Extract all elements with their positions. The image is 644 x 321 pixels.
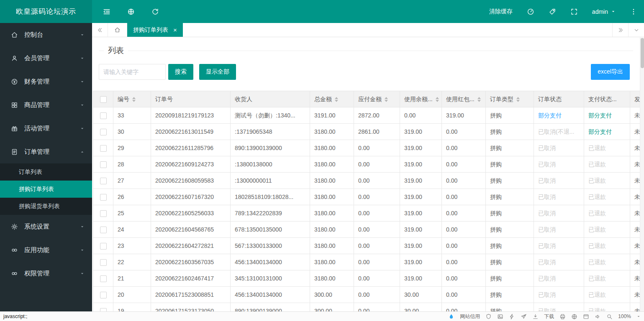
download-label[interactable]: 下载 (544, 313, 554, 320)
close-tab-icon[interactable]: × (173, 27, 177, 33)
zoom-caret-icon[interactable] (636, 314, 641, 318)
scrollbar-thumb[interactable] (641, 38, 644, 68)
select-all-checkbox[interactable] (100, 96, 107, 103)
row-checkbox[interactable] (100, 227, 107, 233)
row-checkbox[interactable] (100, 129, 107, 135)
more-vertical-icon[interactable] (630, 8, 637, 15)
search-input[interactable] (99, 64, 166, 80)
printer-icon[interactable] (559, 313, 566, 320)
sidebar-item-label: 活动管理 (24, 125, 80, 132)
shield-icon[interactable] (485, 313, 492, 320)
column-header-type[interactable]: 订单类型 (486, 91, 534, 107)
search-button[interactable]: 搜索 (168, 64, 193, 80)
cell-payable: 0.00 (354, 140, 400, 156)
download-arrow-icon[interactable] (532, 313, 539, 320)
caret-down-icon (611, 9, 616, 14)
sidebar-item-finance[interactable]: 财务管理 (0, 70, 92, 93)
column-header-payable[interactable]: 应付金额 (354, 91, 400, 107)
row-checkbox[interactable] (100, 178, 107, 184)
column-header-balance[interactable]: 使用余额... (400, 91, 442, 107)
cell-order_status[interactable]: 部分支付 (534, 107, 584, 124)
sort-icon[interactable] (516, 97, 520, 102)
excel-export-button[interactable]: excel导出 (591, 64, 630, 80)
row-checkbox[interactable] (100, 259, 107, 266)
tab-group-order-list[interactable]: 拼购订单列表 × (127, 23, 183, 37)
sidebar-item-permission[interactable]: 权限管理 (0, 262, 92, 285)
cell-receiver: 456:13400134000 (231, 287, 310, 303)
cell-type: 拼购 (486, 107, 534, 124)
sidebar-subitem-active[interactable]: 拼购订单列表 (0, 181, 92, 198)
cell-receiver: :13800138000 (231, 156, 310, 173)
cell-order_no: 202009181219179123 (151, 107, 231, 124)
cell-total: 3180.00 (310, 254, 354, 270)
refresh-icon[interactable] (151, 8, 159, 15)
zoom-level[interactable]: 100% (618, 313, 631, 319)
show-all-button[interactable]: 显示全部 (199, 64, 236, 80)
row-checkbox[interactable] (100, 145, 107, 152)
sidebar-subitem[interactable]: 订单列表 (0, 163, 92, 181)
flash-icon[interactable] (509, 313, 515, 320)
column-header-id[interactable]: 编号 (113, 91, 151, 107)
sidebar-item-orders[interactable]: 订单管理 (0, 140, 92, 163)
fullscreen-icon[interactable] (570, 8, 578, 15)
column-header-redpacket[interactable]: 使用红包... (442, 91, 486, 107)
image-icon[interactable] (497, 313, 503, 320)
sidebar-item-users[interactable]: 会员管理 (0, 46, 92, 70)
tab-bar-spacer (183, 23, 612, 37)
gauge-icon[interactable] (527, 8, 534, 15)
cell-balance: 319.00 (400, 254, 442, 270)
cell-payable: 2872.00 (354, 107, 400, 124)
cell-payable: 0.00 (354, 189, 400, 205)
row-checkbox[interactable] (100, 308, 107, 311)
sidebar-item-activity[interactable]: 活动管理 (0, 117, 92, 140)
cell-redpacket: 0.00 (442, 205, 486, 222)
sort-icon[interactable] (436, 97, 439, 102)
sidebar-subitem[interactable]: 拼购退货单列表 (0, 198, 92, 215)
cell-payable: 0.00 (354, 270, 400, 287)
user-menu[interactable]: admin (592, 8, 616, 15)
row-checkbox[interactable] (100, 161, 107, 168)
network-icon[interactable] (571, 313, 577, 320)
speaker-icon[interactable] (595, 313, 601, 320)
tabs-menu-button[interactable] (628, 23, 644, 37)
sidebar-subitem-label: 订单列表 (19, 168, 42, 176)
drop-icon[interactable] (448, 313, 454, 320)
column-header-total[interactable]: 总金额 (310, 91, 354, 107)
sidebar-item-goods[interactable]: 商品管理 (0, 93, 92, 117)
sidebar-item-settings[interactable]: 系统设置 (0, 215, 92, 238)
column-label: 使用红包... (446, 96, 475, 102)
window-icon[interactable] (583, 313, 589, 320)
column-header-order_status: 订单状态 (534, 91, 584, 107)
cell-redpacket: 0.00 (442, 173, 486, 189)
tag-icon[interactable] (549, 8, 556, 15)
sidebar-item-home[interactable]: 控制台 (0, 23, 92, 46)
chevron-down-icon (634, 27, 639, 33)
zoom-icon[interactable] (606, 313, 613, 320)
tabs-scroll-right-button[interactable] (612, 23, 628, 37)
plane-icon[interactable] (521, 313, 527, 320)
tabs-scroll-left-button[interactable] (92, 23, 108, 37)
table-row: 20202006171523008851456:13400134000300.0… (93, 287, 640, 303)
top-bar-right: 清除缓存 admin (489, 8, 644, 15)
panel-title: 列表 (104, 45, 128, 56)
sort-icon[interactable] (477, 97, 481, 102)
sort-icon[interactable] (132, 97, 136, 102)
sort-icon[interactable] (335, 97, 338, 102)
permission-icon (11, 270, 18, 277)
globe-icon[interactable] (127, 8, 135, 15)
row-checkbox[interactable] (100, 243, 107, 250)
collapse-menu-icon[interactable] (103, 8, 110, 15)
cell-balance: 319.00 (400, 222, 442, 238)
row-checkbox[interactable] (100, 210, 107, 217)
row-checkbox[interactable] (100, 275, 107, 282)
clear-cache-button[interactable]: 清除缓存 (489, 8, 513, 15)
row-checkbox[interactable] (100, 112, 107, 119)
cell-order_status: 已取消(不退... (534, 124, 584, 140)
row-checkbox[interactable] (100, 194, 107, 201)
row-checkbox[interactable] (100, 292, 107, 298)
tab-home[interactable] (108, 23, 127, 37)
site-credit-label[interactable]: 网站信用 (460, 313, 480, 320)
sidebar-item-link[interactable]: 应用功能 (0, 238, 92, 262)
vertical-scrollbar[interactable] (640, 38, 644, 311)
sort-icon[interactable] (385, 97, 388, 102)
